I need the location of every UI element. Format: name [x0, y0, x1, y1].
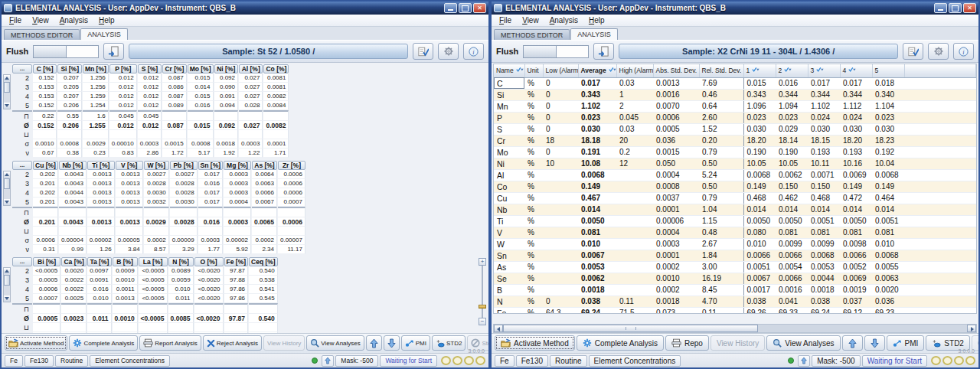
cell[interactable]: 0.0027 — [170, 170, 198, 179]
cell[interactable]: 0.0005 — [33, 314, 60, 323]
cell[interactable] — [33, 130, 57, 139]
table-row[interactable]: Se%0.00620.001016.190.00670.00660.00440.… — [494, 273, 976, 284]
grid-row[interactable]: 30.00050.00220.00910.0010<0.00050.0059<0… — [12, 276, 278, 285]
cell[interactable]: 0.79 — [699, 146, 743, 158]
cell[interactable]: 0.190 — [743, 146, 776, 158]
cell[interactable]: 97.86 — [224, 285, 249, 294]
cell[interactable]: 0.017 — [808, 77, 840, 89]
minimize-button[interactable] — [934, 3, 947, 13]
cell[interactable]: 0.190 — [776, 146, 808, 158]
cell[interactable]: 0.0003 — [198, 236, 223, 245]
cell[interactable]: 0.0005 — [33, 276, 60, 285]
cell[interactable]: 0.20 — [699, 135, 743, 146]
cell[interactable]: 0.0016 — [776, 284, 808, 296]
cell[interactable]: 0.094 — [214, 101, 238, 110]
cell[interactable]: 1.52 — [699, 123, 743, 135]
cell[interactable]: 0.152 — [33, 101, 57, 110]
cell[interactable]: 0.541 — [249, 285, 278, 294]
cell[interactable]: 0.0015 — [653, 146, 699, 158]
cell[interactable]: 0.012 — [138, 83, 162, 92]
table-row[interactable]: Sn%0.00670.00011.840.00660.00660.00680.0… — [494, 250, 976, 261]
cell[interactable]: 1.254 — [83, 101, 109, 110]
repo-button[interactable]: Repo — [665, 335, 709, 351]
cell[interactable]: 1.256 — [83, 73, 109, 83]
cell[interactable] — [33, 303, 60, 314]
scroll-right-arrow[interactable] — [967, 325, 976, 332]
cell[interactable]: 0.017 — [840, 77, 872, 89]
cell[interactable]: V — [494, 227, 524, 238]
cell[interactable]: % — [524, 77, 543, 89]
cell[interactable]: 0.0050 — [840, 215, 872, 227]
cell[interactable]: 1.72 — [162, 149, 186, 158]
cell[interactable]: 0.038 — [743, 296, 776, 307]
cell[interactable]: 0.0081 — [263, 83, 289, 92]
load-sample-button[interactable] — [103, 43, 124, 60]
cell[interactable]: 1.04 — [699, 204, 743, 215]
filter-icon[interactable] — [609, 67, 616, 74]
cell[interactable]: 0.030 — [872, 123, 904, 135]
grid-row[interactable]: ⊔ — [12, 227, 305, 236]
menu-help[interactable]: Help — [584, 15, 609, 25]
cell[interactable]: 0 — [543, 296, 578, 307]
filter-icon[interactable] — [816, 67, 824, 74]
cell[interactable]: 0.038 — [808, 296, 840, 307]
cell[interactable]: Mo — [494, 146, 524, 158]
cell[interactable]: 69.23 — [872, 307, 904, 314]
cell[interactable]: 0.0013 — [87, 170, 115, 179]
cell[interactable]: 0.018 — [872, 77, 904, 89]
cell[interactable]: 0.0066 — [776, 250, 808, 261]
cell[interactable]: 0.011 — [87, 314, 111, 323]
cell[interactable]: % — [524, 273, 543, 284]
cell[interactable]: Fe — [494, 307, 524, 314]
column-header-fe[interactable]: Fe [%] — [224, 257, 249, 266]
cell[interactable]: 0.0070 — [653, 100, 699, 112]
cell[interactable]: 0.468 — [808, 192, 840, 204]
column-header-ca[interactable]: Ca [%] — [61, 257, 87, 266]
cell[interactable]: 0 — [543, 112, 578, 123]
cell[interactable]: 0.202 — [33, 170, 58, 179]
cell[interactable]: 0.0099 — [776, 238, 808, 250]
cell[interactable]: % — [524, 215, 543, 227]
cell[interactable]: 0.0010 — [33, 139, 57, 149]
table-row[interactable]: P%00.0230.0450.00062.600.0230.0230.0240.… — [494, 112, 976, 123]
table-row[interactable]: Mn%01.10220.00700.641.0961.0941.1021.112… — [494, 100, 976, 112]
column-header-as[interactable]: As [%] — [252, 161, 277, 170]
cell[interactable]: 0.073 — [653, 307, 699, 314]
cell[interactable]: Cr — [494, 135, 524, 146]
cell[interactable]: 0.023 — [776, 112, 808, 123]
cell[interactable]: 0.089 — [162, 101, 186, 110]
cell[interactable]: % — [524, 261, 543, 273]
cell[interactable]: 0.00010 — [109, 139, 137, 149]
cell[interactable]: 0.080 — [743, 227, 776, 238]
cell[interactable] — [249, 323, 278, 332]
cell[interactable] — [616, 204, 653, 215]
cell[interactable]: 3.84 — [116, 245, 143, 254]
table-row[interactable]: Al%0.00680.00045.240.00680.00620.00710.0… — [494, 169, 976, 181]
zoom-slider-track[interactable] — [482, 266, 483, 318]
cell[interactable] — [188, 110, 214, 121]
status-segment-fe130[interactable]: Fe130 — [24, 355, 54, 367]
cell[interactable]: 16.19 — [699, 273, 743, 284]
cell[interactable]: 0.343 — [743, 89, 776, 100]
cell[interactable]: 0.79 — [699, 192, 743, 204]
cell[interactable] — [616, 227, 653, 238]
cell[interactable] — [616, 181, 653, 192]
cell[interactable]: 0.0001 — [653, 250, 699, 261]
cell[interactable]: 0.0003 — [224, 179, 251, 188]
filter-icon[interactable] — [752, 67, 760, 74]
cell[interactable]: % — [524, 89, 543, 100]
cell[interactable]: 0.081 — [776, 227, 808, 238]
menu-help[interactable]: Help — [94, 15, 119, 25]
cell[interactable]: As — [494, 261, 524, 273]
cell[interactable]: 97.87 — [224, 266, 249, 276]
scroll-up-arrow[interactable] — [4, 268, 10, 274]
cell[interactable]: 0.0067 — [252, 198, 277, 207]
grid-row[interactable]: 50.00070.00250.0100.0013<0.00050.011<0.0… — [12, 294, 278, 303]
cell[interactable]: 0.0028 — [170, 179, 198, 188]
column-header-1[interactable]: 1 — [743, 64, 776, 77]
cell[interactable] — [61, 323, 87, 332]
view-analyses-button[interactable]: View Analyses — [766, 335, 840, 351]
cell[interactable]: 0.0004 — [653, 227, 699, 238]
cell[interactable]: 0.092 — [214, 73, 238, 83]
cell[interactable]: 0.0066 — [840, 250, 872, 261]
